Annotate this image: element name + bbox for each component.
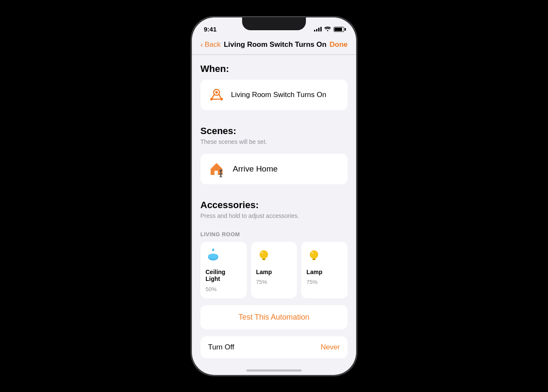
status-time: 9:41 — [204, 26, 217, 33]
nav-title: Living Room Switch Turns On — [221, 40, 330, 49]
battery-icon — [334, 27, 344, 32]
ceiling-light-name: Ceiling Light — [206, 269, 242, 283]
ceiling-light-value: 50% — [206, 286, 217, 292]
navigation-bar: ‹ Back Living Room Switch Turns On Done — [192, 36, 356, 55]
bottom-row: Turn Off Never — [200, 336, 348, 358]
wifi-icon — [324, 26, 331, 32]
home-indicator — [246, 369, 302, 372]
accessories-subtitle: Press and hold to adjust accessories. — [200, 212, 348, 219]
phone-frame: 9:41 — [191, 17, 357, 376]
svg-point-20 — [261, 252, 263, 254]
status-icons — [314, 26, 344, 32]
when-section: When: — [192, 55, 356, 80]
test-automation-button[interactable]: Test This Automation — [239, 313, 310, 322]
ceiling-light-icon — [206, 248, 221, 265]
lamp-2-value: 75% — [306, 279, 317, 285]
never-button[interactable]: Never — [321, 343, 340, 352]
trigger-card[interactable]: Living Room Switch Turns On — [200, 80, 348, 110]
homekit-icon — [208, 86, 225, 103]
svg-rect-23 — [312, 259, 316, 260]
arrive-home-icon — [208, 160, 227, 178]
svg-point-24 — [311, 252, 314, 254]
signal-icon — [314, 27, 322, 31]
done-button[interactable]: Done — [330, 40, 348, 49]
lamp-1-name: Lamp — [256, 269, 272, 276]
scene-label: Arrive Home — [233, 164, 278, 174]
scene-card[interactable]: Arrive Home — [200, 154, 348, 184]
svg-point-5 — [210, 98, 213, 100]
accessory-ceiling-light[interactable]: Ceiling Light 50% — [200, 242, 247, 299]
scenes-section: Scenes: These scenes will be set. — [192, 117, 356, 154]
accessories-section: Accessories: Press and hold to adjust ac… — [192, 191, 356, 228]
trigger-label: Living Room Switch Turns On — [231, 91, 326, 99]
scenes-subtitle: These scenes will be set. — [200, 138, 348, 145]
turn-off-label: Turn Off — [208, 343, 234, 352]
accessories-grid: Ceiling Light 50% — [192, 242, 356, 299]
accessory-lamp-2[interactable]: Lamp 75% — [301, 242, 348, 299]
when-title: When: — [200, 63, 348, 74]
trigger-row: Living Room Switch Turns On — [200, 80, 348, 110]
scroll-content: When: — [192, 55, 356, 373]
screen: 9:41 — [192, 17, 356, 375]
svg-point-4 — [215, 91, 218, 94]
back-label: Back — [205, 40, 221, 49]
lamp-2-icon — [306, 248, 322, 265]
svg-point-17 — [260, 250, 268, 259]
back-button[interactable]: ‹ Back — [200, 40, 221, 49]
room-label: LIVING ROOM — [200, 231, 348, 237]
svg-point-16 — [208, 254, 218, 259]
lamp-2-name: Lamp — [306, 269, 322, 276]
svg-point-6 — [220, 98, 223, 100]
svg-rect-19 — [262, 259, 265, 260]
notch — [242, 17, 306, 30]
chevron-left-icon: ‹ — [200, 40, 203, 49]
scene-row: Arrive Home — [200, 154, 348, 184]
svg-rect-14 — [212, 249, 214, 251]
svg-point-21 — [310, 250, 318, 259]
test-automation-card[interactable]: Test This Automation — [200, 305, 348, 329]
accessories-title: Accessories: — [200, 200, 348, 211]
accessory-lamp-1[interactable]: Lamp 75% — [251, 242, 297, 299]
lamp-1-icon — [256, 248, 271, 265]
lamp-1-value: 75% — [256, 279, 267, 285]
power-button[interactable] — [356, 92, 357, 132]
svg-rect-7 — [214, 171, 218, 175]
svg-line-13 — [221, 175, 222, 177]
scenes-title: Scenes: — [200, 126, 348, 137]
